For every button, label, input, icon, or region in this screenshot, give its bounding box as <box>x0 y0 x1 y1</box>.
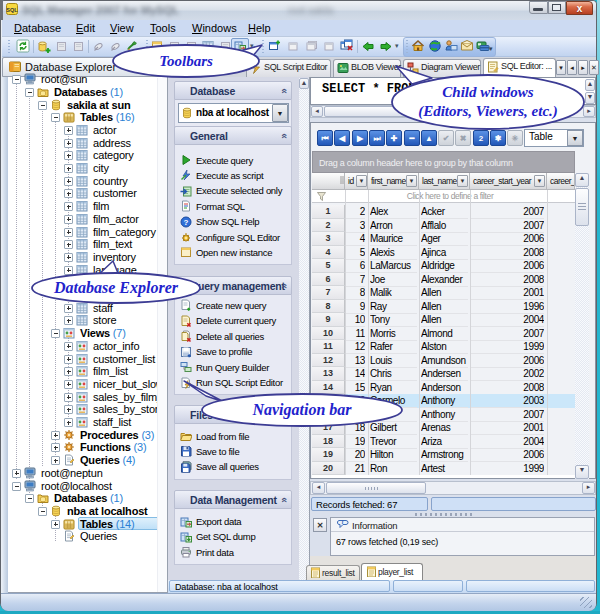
svg-text:?: ? <box>184 217 189 226</box>
